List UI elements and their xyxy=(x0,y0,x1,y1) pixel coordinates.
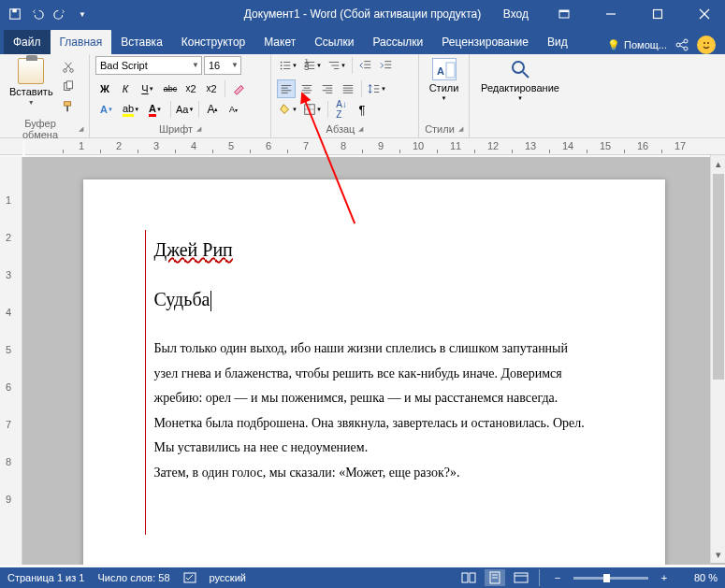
justify-icon[interactable] xyxy=(339,79,357,98)
format-painter-icon[interactable] xyxy=(59,97,78,116)
align-center-icon[interactable] xyxy=(297,79,316,98)
font-size-value: 16 xyxy=(209,60,220,71)
share-icon[interactable] xyxy=(674,37,689,52)
grow-font-icon[interactable]: A▴ xyxy=(203,100,222,119)
close-button[interactable] xyxy=(684,0,725,28)
vertical-scrollbar[interactable]: ▴ ▾ xyxy=(710,155,725,563)
page-area[interactable]: Джей Рип Судьба Был только один выход, и… xyxy=(22,157,725,565)
scroll-down-icon[interactable]: ▾ xyxy=(713,548,724,561)
paragraph-dialog-icon[interactable]: ◢ xyxy=(358,125,363,133)
svg-line-11 xyxy=(680,42,684,44)
numbering-icon[interactable]: 123▼ xyxy=(301,56,324,75)
ribbon-display-icon[interactable] xyxy=(544,0,585,28)
font-size-combo[interactable]: 16▼ xyxy=(204,56,241,75)
group-paragraph: ▼ 123▼ ▼ ▼ ▼ ▼ A↓Z ¶ Абзац◢ xyxy=(271,54,419,137)
qat-customize-icon[interactable]: ▼ xyxy=(73,5,92,23)
italic-button[interactable]: К xyxy=(116,79,135,98)
signin-link[interactable]: Вход xyxy=(494,7,538,21)
change-case-icon[interactable]: Aa▼ xyxy=(175,100,195,119)
undo-icon[interactable] xyxy=(28,5,47,23)
doc-author[interactable]: Джей Рип xyxy=(154,239,594,261)
borders-icon[interactable]: ▼ xyxy=(301,100,324,119)
increase-indent-icon[interactable] xyxy=(377,56,396,75)
svg-text:A: A xyxy=(437,65,444,77)
shading-icon[interactable]: ▼ xyxy=(277,100,299,119)
ruler-horizontal[interactable]: 1234567891011121314151617 xyxy=(25,138,725,155)
svg-point-9 xyxy=(684,39,688,43)
chevron-down-icon: ▼ xyxy=(192,61,199,69)
shrink-font-icon[interactable]: A▾ xyxy=(224,100,242,119)
bold-button[interactable]: Ж xyxy=(95,79,114,98)
tab-review[interactable]: Рецензирование xyxy=(432,30,538,54)
web-layout-icon[interactable] xyxy=(511,569,531,586)
feedback-icon[interactable] xyxy=(697,36,716,54)
show-marks-icon[interactable]: ¶ xyxy=(353,100,371,119)
clipboard-dialog-icon[interactable]: ◢ xyxy=(79,125,83,133)
print-layout-icon[interactable] xyxy=(485,569,505,586)
group-font: Bad Script▼ 16▼ Ж К Ч▼ abc x2 x2 A▼ ab▼ … xyxy=(90,54,271,137)
tab-mailings[interactable]: Рассылки xyxy=(363,30,432,54)
line-spacing-icon[interactable]: ▼ xyxy=(366,79,388,98)
styles-icon: A xyxy=(432,58,457,80)
doc-body[interactable]: Был только один выход, ибо наши жизни сп… xyxy=(154,337,594,486)
minimize-button[interactable] xyxy=(590,0,631,28)
paste-label: Вставить xyxy=(9,86,53,97)
copy-icon[interactable] xyxy=(59,78,78,96)
sort-icon[interactable]: A↓Z xyxy=(332,100,351,119)
font-color-icon[interactable]: A▼ xyxy=(144,100,167,119)
tab-file[interactable]: Файл xyxy=(4,30,51,54)
document-page[interactable]: Джей Рип Судьба Был только один выход, и… xyxy=(83,179,665,565)
font-name-value: Bad Script xyxy=(100,60,148,71)
paste-button[interactable]: Вставить ▼ xyxy=(6,56,57,116)
tab-view[interactable]: Вид xyxy=(538,30,577,54)
multilevel-list-icon[interactable]: ▼ xyxy=(326,56,348,75)
save-icon[interactable] xyxy=(6,5,24,23)
styles-button[interactable]: A Стили ▼ xyxy=(425,56,463,103)
tab-home[interactable]: Главная xyxy=(51,30,112,54)
ruler-vertical[interactable]: 12 34 56 78 9 xyxy=(0,157,22,565)
clear-formatting-icon[interactable] xyxy=(229,79,248,98)
tell-me[interactable]: 💡 Помощ... xyxy=(607,39,667,51)
redo-icon[interactable] xyxy=(51,5,69,23)
highlight-icon[interactable]: ab▼ xyxy=(120,100,142,119)
scroll-up-icon[interactable]: ▴ xyxy=(713,157,724,170)
scroll-thumb[interactable] xyxy=(713,174,724,380)
font-dialog-icon[interactable]: ◢ xyxy=(196,125,201,133)
svg-point-16 xyxy=(69,69,73,73)
align-right-icon[interactable] xyxy=(318,79,337,98)
zoom-in-icon[interactable]: + xyxy=(654,569,674,586)
cut-icon[interactable] xyxy=(59,58,78,77)
tab-references[interactable]: Ссылки xyxy=(305,30,363,54)
status-word-count[interactable]: Число слов: 58 xyxy=(97,572,169,583)
zoom-slider[interactable] xyxy=(573,577,648,580)
doc-title[interactable]: Судьба xyxy=(154,289,210,310)
strikethrough-button[interactable]: abc xyxy=(161,79,180,98)
svg-point-23 xyxy=(281,62,283,64)
tab-design[interactable]: Конструктор xyxy=(172,30,254,54)
tab-insert[interactable]: Вставка xyxy=(111,30,172,54)
tab-layout[interactable]: Макет xyxy=(254,30,305,54)
editing-button[interactable]: Редактирование ▼ xyxy=(475,56,565,103)
align-left-icon[interactable] xyxy=(277,79,296,98)
font-name-combo[interactable]: Bad Script▼ xyxy=(95,56,202,75)
status-proofing-icon[interactable] xyxy=(183,571,196,584)
underline-button[interactable]: Ч▼ xyxy=(137,79,159,98)
decrease-indent-icon[interactable] xyxy=(356,56,375,75)
superscript-button[interactable]: x2 xyxy=(202,79,221,98)
svg-rect-5 xyxy=(654,10,662,19)
zoom-level[interactable]: 80 % xyxy=(680,572,718,583)
group-clipboard: Вставить ▼ Буфер обмена◢ xyxy=(0,54,90,137)
subscript-button[interactable]: x2 xyxy=(181,79,200,98)
maximize-button[interactable] xyxy=(637,0,678,28)
status-page[interactable]: Страница 1 из 1 xyxy=(7,572,84,583)
bullets-icon[interactable]: ▼ xyxy=(277,56,299,75)
text-effects-icon[interactable]: A▼ xyxy=(95,100,118,119)
styles-dialog-icon[interactable]: ◢ xyxy=(458,125,463,133)
svg-point-13 xyxy=(703,42,705,44)
svg-point-68 xyxy=(513,62,524,73)
zoom-out-icon[interactable]: − xyxy=(547,569,568,586)
svg-text:3: 3 xyxy=(304,62,309,72)
read-mode-icon[interactable] xyxy=(458,569,479,586)
svg-rect-1 xyxy=(12,9,16,13)
status-language[interactable]: русский xyxy=(210,572,246,583)
